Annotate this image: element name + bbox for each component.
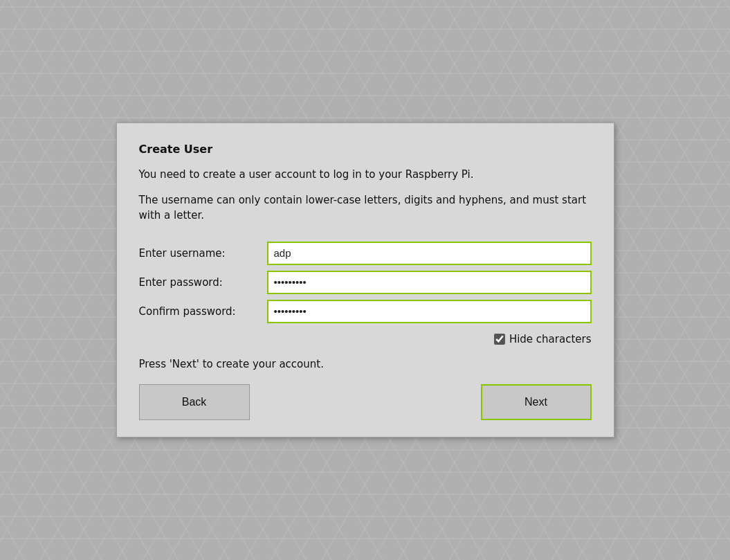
username-input[interactable] xyxy=(267,242,592,265)
dialog-description-1: You need to create a user account to log… xyxy=(139,167,592,183)
dialog-description-2: The username can only contain lower-case… xyxy=(139,192,592,224)
next-button[interactable]: Next xyxy=(481,384,592,420)
back-button[interactable]: Back xyxy=(139,384,250,420)
username-row: Enter username: xyxy=(139,239,592,268)
password-label: Enter password: xyxy=(139,276,223,289)
confirm-password-row: Confirm password: xyxy=(139,297,592,326)
hide-characters-label: Hide characters xyxy=(509,333,592,345)
hide-characters-row: Hide characters xyxy=(139,333,592,345)
form-table: Enter username: Enter password: Confirm … xyxy=(139,239,592,326)
password-input[interactable] xyxy=(267,271,592,294)
username-label: Enter username: xyxy=(139,247,226,260)
press-next-text: Press 'Next' to create your account. xyxy=(139,358,592,370)
confirm-password-input[interactable] xyxy=(267,300,592,323)
create-user-dialog: Create User You need to create a user ac… xyxy=(116,123,614,437)
button-row: Back Next xyxy=(139,384,592,420)
password-row: Enter password: xyxy=(139,268,592,297)
dialog-title: Create User xyxy=(139,143,592,156)
confirm-password-label: Confirm password: xyxy=(139,305,236,318)
hide-characters-checkbox[interactable] xyxy=(494,334,505,345)
